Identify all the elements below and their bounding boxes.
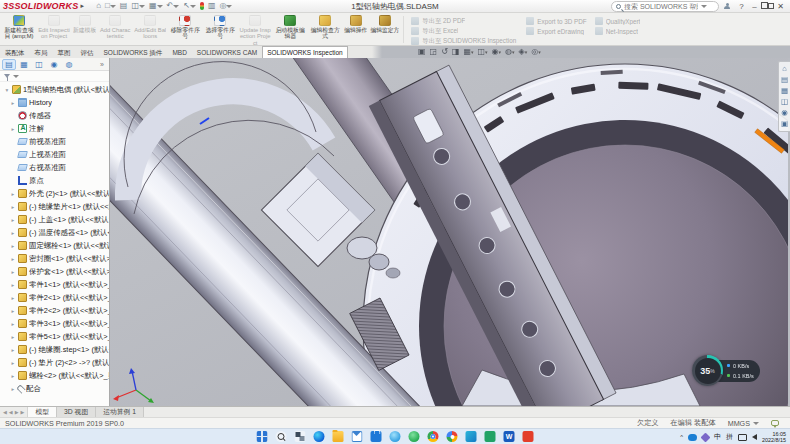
view-palette-icon[interactable]: ◫ [781, 98, 788, 106]
export-2d-pdf-button[interactable]: 导出至 2D PDF [411, 17, 518, 25]
color-wheel-app-icon[interactable] [447, 431, 458, 442]
tree-item-part5[interactable]: ▸零件5<1> (默认<<默认>_显示状态 [2, 330, 109, 343]
doc-tab-model[interactable]: 模型 [28, 407, 57, 417]
mail-icon[interactable] [352, 431, 363, 442]
select-icon[interactable]: ↖ [183, 2, 196, 10]
launch-template-editor-button[interactable]: 启动模板编辑器 [273, 14, 307, 45]
undo-icon[interactable]: ↶ [167, 2, 180, 10]
tree-item-top-cover[interactable]: ▸(-) 上盖<1> (默认<<默认>_显示状 [2, 213, 109, 226]
export-3d-pdf-button[interactable]: Export to 3D PDF [526, 17, 586, 25]
featuremanager-tree-tab[interactable]: ▤ [2, 59, 16, 70]
tray-overflow-icon[interactable]: ^ [680, 434, 683, 440]
filter-dropdown-icon[interactable] [13, 75, 19, 78]
tree-item-bolt[interactable]: ▸螺栓<2> (默认<<默认>_显示状态 [2, 369, 109, 382]
net-inspect-button[interactable]: Net-Inspect [595, 27, 641, 35]
tree-item-right-plane[interactable]: 右视基准面 [2, 161, 109, 174]
login-icon[interactable] [724, 3, 730, 9]
solidworks-logo[interactable]: 3S SOLIDWORKS ▸ [3, 1, 84, 11]
media-app-icon[interactable] [523, 431, 534, 442]
tree-item-part2-1[interactable]: ▸零件2<1> (默认<<默认>_显示状态 [2, 291, 109, 304]
onedrive-icon[interactable] [688, 434, 697, 441]
select-balloons-button[interactable]: 选择零件序号 [203, 14, 237, 45]
hide-show-items-icon[interactable]: ◉▾ [492, 47, 502, 57]
view-settings-icon[interactable]: ◎▾ [531, 47, 541, 57]
home-icon[interactable]: ⌂ [96, 2, 101, 10]
qualityxpert-button[interactable]: QualityXpert [595, 17, 641, 25]
property-manager-tab[interactable]: ▦ [17, 59, 31, 70]
scroll-next-icon[interactable]: ▶ [15, 409, 19, 415]
add-characteristic-button[interactable]: Add Characteristic [98, 14, 132, 45]
chrome-icon[interactable] [428, 431, 439, 442]
taskbar-clock[interactable]: 16:05 2022/8/15 [762, 431, 786, 443]
edit-inspection-methods-button[interactable]: 编辑检查方式 [308, 14, 342, 45]
panel-tabs-overflow-icon[interactable]: » [97, 59, 107, 70]
logo-flyout-arrow-icon[interactable]: ▸ [80, 2, 84, 10]
tab-evaluate[interactable]: 评估 [76, 46, 99, 58]
tree-root[interactable]: ▾1型铝轴热电偶 (默认<默认_显示状态-1> [2, 83, 109, 96]
export-excel-button[interactable]: 导出至 Excel [411, 27, 518, 35]
export-edrawing-button[interactable]: Export eDrawing [526, 27, 586, 35]
previous-view-icon[interactable]: ↺ [441, 47, 448, 57]
security-icon[interactable] [701, 432, 711, 442]
file-properties-icon[interactable]: ▥ [208, 2, 216, 10]
configuration-manager-tab[interactable]: ◫ [32, 59, 46, 70]
edge-icon[interactable] [314, 431, 325, 442]
doc-tab-motion-study[interactable]: 运动算例 1 [96, 407, 144, 417]
volume-icon[interactable] [752, 434, 757, 440]
start-button-icon[interactable] [257, 431, 268, 442]
tree-item-seal-ring[interactable]: ▸密封圈<1> (默认<<默认>_显示状态 [2, 252, 109, 265]
docs-app-icon[interactable] [485, 431, 496, 442]
unit-system-selector[interactable]: MMGS [728, 419, 759, 428]
tree-item-fixing-bolt[interactable]: ▸固定螺栓<1> (默认<<默认>_显示状 [2, 239, 109, 252]
options-icon[interactable]: ◎ [219, 2, 232, 10]
tree-item-history[interactable]: ▸History [2, 96, 109, 109]
view-orientation-icon[interactable]: ▦▾ [463, 47, 473, 57]
tree-item-mates[interactable]: ▸配合 [2, 382, 109, 395]
file-explorer-taskbar-icon[interactable] [333, 431, 344, 442]
tab-cam[interactable]: SOLIDWORKS CAM [192, 46, 262, 58]
store-icon[interactable] [371, 431, 382, 442]
tree-item-annotations[interactable]: ▸注解 [2, 122, 109, 135]
edit-operations-button[interactable]: 编辑操作 [343, 14, 368, 45]
comment-bubble-icon[interactable] [771, 420, 779, 426]
export-inspection-project-button[interactable]: 导出至 SOLIDWORKS Inspection 项目 [411, 37, 518, 45]
tab-assembly[interactable]: 装配体 [0, 46, 30, 58]
open-icon[interactable]: ▤ [120, 2, 128, 10]
tree-item-part2-2[interactable]: ▸零件2<2> (默认<<默认>_显示状态 [2, 304, 109, 317]
browser-icon[interactable] [390, 431, 401, 442]
ime-language-indicator[interactable]: 中 [714, 432, 721, 442]
tree-item-insulation-ring-step[interactable]: ▸(-) 绝缘圈.step<1> (默认<<默认 [2, 343, 109, 356]
tab-addins[interactable]: SOLIDWORKS 插件 [99, 46, 168, 58]
solidworks-resources-icon[interactable]: ⌂ [782, 65, 787, 73]
edit-appearance-icon[interactable]: ◍▾ [505, 47, 515, 57]
help-search-box[interactable] [611, 1, 719, 12]
tab-layout[interactable]: 布局 [30, 46, 53, 58]
tree-item-temp-sensor[interactable]: ▸(-) 温度传感器<1> (默认<<默认>_ [2, 226, 109, 239]
appearances-icon[interactable]: ◉ [781, 109, 788, 117]
save-icon[interactable]: ◫ [131, 2, 145, 10]
custom-properties-icon[interactable]: ▣ [781, 120, 788, 128]
doc-tab-3d-views[interactable]: 3D 视图 [57, 407, 96, 417]
print-icon[interactable]: ▦ [149, 2, 163, 10]
update-inspection-project-button[interactable]: Update Inspection Project [238, 14, 272, 45]
edit-inspection-project-button[interactable]: Edit Inspection Project [37, 14, 71, 45]
remove-balloons-button[interactable]: 移除零件序号 [168, 14, 202, 45]
dimxpert-manager-tab[interactable]: ◉ [47, 59, 61, 70]
tree-item-origin[interactable]: 原点 [2, 174, 109, 187]
design-library-icon[interactable]: ▤ [781, 76, 788, 84]
file-explorer-icon[interactable]: ▦ [781, 87, 788, 95]
tab-sketch[interactable]: 草图 [53, 46, 76, 58]
apply-scene-icon[interactable]: ◈▾ [519, 47, 528, 57]
tree-item-part3[interactable]: ▸零件3<1> (默认<<默认>_显示状态 [2, 317, 109, 330]
search-dropdown-icon[interactable] [701, 5, 707, 8]
new-document-icon[interactable]: □ [105, 2, 116, 10]
new-template-button[interactable]: 新建模板 [72, 14, 97, 45]
ime-mode-indicator[interactable]: 拼 [726, 432, 733, 442]
minimize-button[interactable]: – [748, 1, 761, 12]
tree-item-insulation-gasket[interactable]: ▸(-) 绝缘垫片<1> (默认<<默认>_显 [2, 200, 109, 213]
scroll-first-icon[interactable]: ◀ [3, 409, 7, 415]
tree-item-sensors[interactable]: 传感器 [2, 109, 109, 122]
section-view-icon[interactable]: ◨ [452, 47, 460, 57]
tree-filter[interactable] [0, 71, 109, 82]
edit-gages-button[interactable]: 编辑监定方 [369, 14, 400, 45]
